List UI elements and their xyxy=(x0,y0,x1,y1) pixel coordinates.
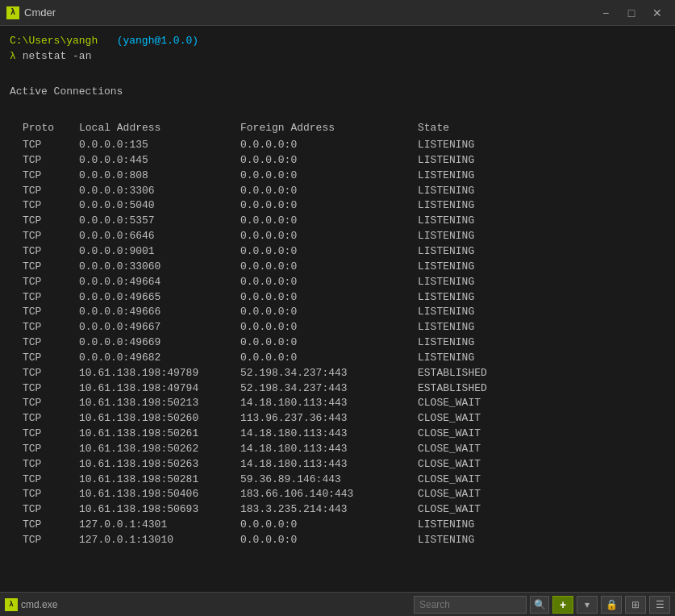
bottom-bar-right[interactable]: 🔍 + ▾ 🔒 ⊞ ☰ xyxy=(414,596,670,614)
row-state: CLOSE_WAIT xyxy=(418,487,539,502)
row-foreign: 0.0.0.0:0 xyxy=(240,533,418,548)
row-state: LISTENING xyxy=(418,184,539,199)
row-foreign: 0.0.0.0:0 xyxy=(240,184,418,199)
row-local: 10.61.138.198:50263 xyxy=(79,457,240,472)
maximize-button[interactable]: □ xyxy=(620,5,643,21)
row-local: 0.0.0.0:49682 xyxy=(79,351,240,366)
row-state: LISTENING xyxy=(418,244,539,260)
row-proto: TCP xyxy=(23,502,79,518)
settings-button[interactable]: ☰ xyxy=(649,596,670,614)
col-state: State xyxy=(418,121,539,136)
window-title: Cmder xyxy=(24,6,56,19)
table-row: TCP 10.61.138.198:50262 14.18.180.113:44… xyxy=(23,442,665,457)
col-local: Local Address xyxy=(79,121,240,136)
table-row: TCP 0.0.0.0:49666 0.0.0.0:0 LISTENING xyxy=(23,305,665,320)
row-state: LISTENING xyxy=(418,275,539,290)
row-proto: TCP xyxy=(23,214,79,229)
row-state: CLOSE_WAIT xyxy=(418,502,539,518)
row-state: LISTENING xyxy=(418,260,539,275)
lock-button[interactable]: 🔒 xyxy=(601,596,622,614)
table-row: TCP 0.0.0.0:5040 0.0.0.0:0 LISTENING xyxy=(23,198,665,214)
table-row: TCP 10.61.138.198:50406 183.66.106.140:4… xyxy=(23,487,665,502)
table-row: TCP 10.61.138.198:50263 14.18.180.113:44… xyxy=(23,457,665,472)
row-proto: TCP xyxy=(23,275,79,290)
row-proto: TCP xyxy=(23,153,79,169)
row-state: LISTENING xyxy=(418,320,539,335)
row-proto: TCP xyxy=(23,381,79,397)
row-local: 10.61.138.198:50262 xyxy=(79,442,240,457)
row-state: LISTENING xyxy=(418,335,539,351)
row-foreign: 0.0.0.0:0 xyxy=(240,320,418,335)
row-state: LISTENING xyxy=(418,290,539,306)
row-proto: TCP xyxy=(23,366,79,381)
row-proto: TCP xyxy=(23,487,79,502)
row-foreign: 0.0.0.0:0 xyxy=(240,198,418,214)
prompt-lambda: λ xyxy=(10,50,16,62)
table-row: TCP 0.0.0.0:3306 0.0.0.0:0 LISTENING xyxy=(23,184,665,199)
row-proto: TCP xyxy=(23,260,79,275)
row-local: 10.61.138.198:50261 xyxy=(79,427,240,442)
bottom-bar-left: λ cmd.exe xyxy=(5,598,57,611)
table-row: TCP 10.61.138.198:50260 113.96.237.36:44… xyxy=(23,411,665,427)
title-bar-left: λ Cmder xyxy=(6,6,56,19)
tab-dropdown-button[interactable]: ▾ xyxy=(577,596,598,614)
row-proto: TCP xyxy=(23,533,79,548)
row-proto: TCP xyxy=(23,290,79,306)
row-local: 10.61.138.198:49789 xyxy=(79,366,240,381)
close-button[interactable]: ✕ xyxy=(646,5,669,21)
row-proto: TCP xyxy=(23,457,79,472)
row-local: 10.61.138.198:49794 xyxy=(79,381,240,397)
row-foreign: 59.36.89.146:443 xyxy=(240,472,418,488)
row-state: LISTENING xyxy=(418,198,539,214)
row-foreign: 113.96.237.36:443 xyxy=(240,411,418,427)
table-row: TCP 0.0.0.0:49667 0.0.0.0:0 LISTENING xyxy=(23,320,665,335)
row-state: CLOSE_WAIT xyxy=(418,411,539,427)
row-foreign: 0.0.0.0:0 xyxy=(240,351,418,366)
row-state: CLOSE_WAIT xyxy=(418,472,539,488)
command-line: λ netstat -an xyxy=(10,49,665,65)
row-state: LISTENING xyxy=(418,153,539,169)
row-proto: TCP xyxy=(23,351,79,366)
add-tab-button[interactable]: + xyxy=(552,596,573,614)
row-foreign: 0.0.0.0:0 xyxy=(240,518,418,533)
table-row: TCP 10.61.138.198:49789 52.198.34.237:44… xyxy=(23,366,665,381)
command-text: netstat -an xyxy=(23,50,92,62)
row-local: 127.0.0.1:13010 xyxy=(79,533,240,548)
table-row: TCP 10.61.138.198:49794 52.198.34.237:44… xyxy=(23,381,665,397)
column-headers: Proto Local Address Foreign Address Stat… xyxy=(23,121,665,136)
row-local: 0.0.0.0:5040 xyxy=(79,198,240,214)
row-proto: TCP xyxy=(23,518,79,533)
table-row: TCP 0.0.0.0:49664 0.0.0.0:0 LISTENING xyxy=(23,275,665,290)
prompt-user: (yangh@1.0.0) xyxy=(117,35,198,47)
minimize-button[interactable]: − xyxy=(594,5,617,21)
row-local: 0.0.0.0:9001 xyxy=(79,244,240,260)
row-foreign: 14.18.180.113:443 xyxy=(240,442,418,457)
row-proto: TCP xyxy=(23,442,79,457)
row-state: LISTENING xyxy=(418,169,539,184)
row-foreign: 0.0.0.0:0 xyxy=(240,244,418,260)
row-foreign: 0.0.0.0:0 xyxy=(240,290,418,306)
search-button[interactable]: 🔍 xyxy=(530,596,549,614)
table-row: TCP 10.61.138.198:50261 14.18.180.113:44… xyxy=(23,427,665,442)
row-state: LISTENING xyxy=(418,138,539,153)
app-icon: λ xyxy=(6,6,19,19)
row-state: CLOSE_WAIT xyxy=(418,457,539,472)
row-proto: TCP xyxy=(23,169,79,184)
row-local: 0.0.0.0:49667 xyxy=(79,320,240,335)
row-state: ESTABLISHED xyxy=(418,366,539,381)
bottom-tab-label: cmd.exe xyxy=(21,599,57,610)
row-proto: TCP xyxy=(23,396,79,411)
search-input[interactable] xyxy=(414,596,527,614)
grid-button[interactable]: ⊞ xyxy=(625,596,646,614)
row-foreign: 0.0.0.0:0 xyxy=(240,275,418,290)
row-foreign: 0.0.0.0:0 xyxy=(240,214,418,229)
table-row: TCP 0.0.0.0:49669 0.0.0.0:0 LISTENING xyxy=(23,335,665,351)
bottom-app-icon: λ xyxy=(5,598,18,611)
row-local: 0.0.0.0:33060 xyxy=(79,260,240,275)
col-foreign: Foreign Address xyxy=(240,121,418,136)
row-proto: TCP xyxy=(23,138,79,153)
prompt-path: C:\Users\yangh xyxy=(10,35,98,47)
prompt-line: C:\Users\yangh (yangh@1.0.0) xyxy=(10,34,665,49)
row-local: 0.0.0.0:6646 xyxy=(79,229,240,244)
row-foreign: 0.0.0.0:0 xyxy=(240,169,418,184)
